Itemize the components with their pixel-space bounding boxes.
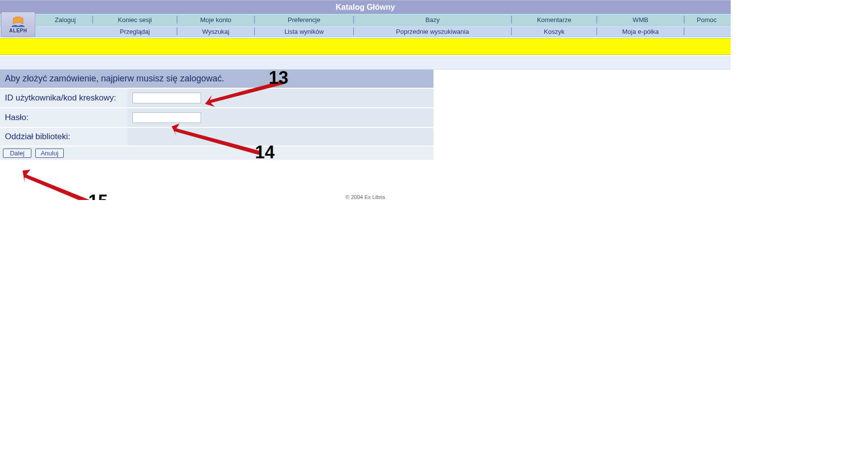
nav-poprzednie[interactable]: Poprzednie wyszukiwania <box>354 28 511 35</box>
viewport: Katalog Główny ALEPH Zaloguj Koniec sesj… <box>0 0 868 200</box>
logo-text: ALEPH <box>9 28 27 33</box>
row-userid: ID użytkownika/kod kreskowy: <box>0 88 434 108</box>
nav-wyszukaj[interactable]: Wyszukaj <box>178 28 254 35</box>
submit-button[interactable]: Dalej <box>3 149 31 158</box>
nav-moje-konto[interactable]: Moje konto <box>178 16 254 24</box>
nav-secondary: Przeglądaj Wyszukaj Lista wyników Poprze… <box>0 25 731 37</box>
page-title-bar: Katalog Główny <box>0 0 731 14</box>
nav-przegladaj[interactable]: Przeglądaj <box>93 28 177 35</box>
yellow-banner <box>0 38 731 55</box>
label-branch: Oddział biblioteki: <box>0 127 128 146</box>
button-row: Dalej Anuluj <box>0 146 434 160</box>
nav-zaloguj[interactable]: Zaloguj <box>38 16 92 24</box>
book-icon <box>11 16 26 28</box>
nav-primary: Zaloguj Koniec sesji Moje konto Preferen… <box>0 14 731 25</box>
userid-input[interactable] <box>132 93 201 103</box>
row-password: Hasło: <box>0 108 434 127</box>
cancel-button[interactable]: Anuluj <box>35 149 64 158</box>
branch-value <box>128 127 434 146</box>
nav-preferencje[interactable]: Preferencje <box>255 16 353 24</box>
nav-wmb[interactable]: WMB <box>597 16 684 24</box>
login-form: ID użytkownika/kod kreskowy: Hasło: Oddz… <box>0 88 434 146</box>
nav-bazy[interactable]: Bazy <box>354 16 511 24</box>
page-title: Katalog Główny <box>336 3 395 11</box>
password-input[interactable] <box>132 112 201 123</box>
label-password: Hasło: <box>0 108 128 127</box>
login-prompt: Aby złożyć zamówienie, najpierw musisz s… <box>0 70 434 88</box>
nav-epolka[interactable]: Moja e-półka <box>597 28 684 35</box>
nav-pomoc[interactable]: Pomoc <box>685 16 729 24</box>
row-branch: Oddział biblioteki: <box>0 127 434 146</box>
aleph-logo[interactable]: ALEPH <box>1 12 35 37</box>
footer-copyright: © 2004 Ex Libris <box>0 194 731 200</box>
label-userid: ID użytkownika/kod kreskowy: <box>0 88 128 108</box>
nav-koszyk[interactable]: Koszyk <box>512 28 596 35</box>
nav-komentarze[interactable]: Komentarze <box>512 16 596 24</box>
nav-koniec-sesji[interactable]: Koniec sesji <box>93 16 177 24</box>
spacer-band <box>0 56 731 70</box>
nav-lista-wynikow[interactable]: Lista wyników <box>255 28 353 35</box>
